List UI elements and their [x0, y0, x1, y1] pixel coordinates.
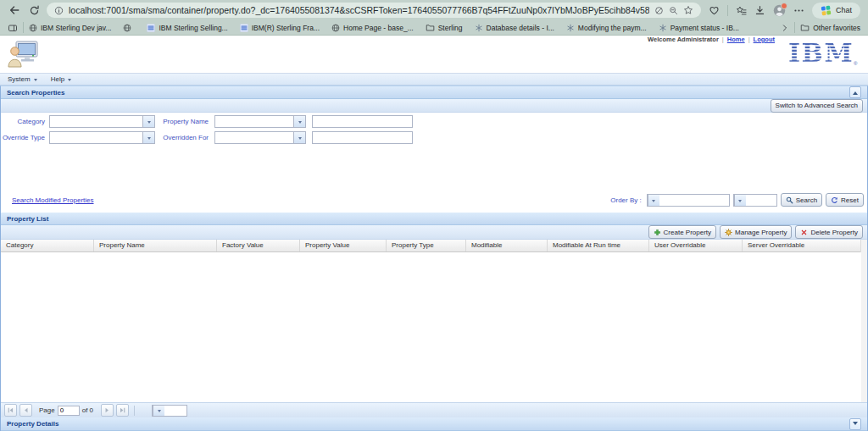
link-divider: | — [748, 36, 750, 43]
search-icon — [786, 196, 793, 204]
column-header-property-name[interactable]: Property Name — [94, 240, 217, 251]
bookmark-item[interactable]: Home Page - base_... — [331, 24, 414, 32]
gear-icon — [725, 229, 732, 236]
last-page-button[interactable] — [116, 404, 129, 417]
bookmark-item[interactable] — [123, 24, 135, 32]
grid-header-row: Category Property Name Factory Value Pro… — [1, 240, 861, 252]
search-footer: Search Modified Properties Order By : Se… — [1, 190, 867, 213]
bookmarks-overflow-icon[interactable] — [781, 24, 789, 32]
paging-divider — [134, 406, 135, 416]
ibm-docs-icon — [659, 24, 667, 32]
search-button[interactable]: Search — [781, 193, 822, 207]
button-label: Manage Property — [735, 229, 787, 236]
chat-button[interactable]: Chat — [812, 3, 860, 19]
first-page-button[interactable] — [4, 404, 17, 417]
search-form: Category Property Name Override Type Ove… — [1, 113, 867, 190]
property-name-value-input[interactable] — [312, 115, 413, 128]
bookmark-item[interactable]: Modifying the paym... — [566, 24, 647, 32]
combo-trigger-icon[interactable] — [142, 132, 154, 143]
column-header-user-overridable[interactable]: User Overridable — [649, 240, 743, 251]
expand-down-icon — [853, 422, 858, 428]
menu-help[interactable]: Help — [51, 75, 71, 83]
reset-button[interactable]: Reset — [826, 193, 864, 207]
bookmark-item[interactable]: Database details - I... — [475, 24, 554, 32]
search-properties-header: Search Properties — [1, 86, 867, 99]
combo-value — [215, 132, 293, 143]
bookmark-item[interactable]: Payment status - IB... — [659, 24, 739, 32]
profile-notification-dot — [781, 3, 787, 9]
property-details-header: Property Details — [1, 417, 867, 431]
combo-trigger-icon[interactable] — [734, 195, 746, 206]
prev-page-button[interactable] — [19, 404, 32, 417]
order-by-field-combo[interactable] — [647, 194, 730, 207]
order-by-label: Order By : — [610, 196, 641, 204]
address-bar[interactable]: localhost:7001/sma/sma/container/propert… — [47, 3, 701, 18]
column-header-modifiable-at-runtime[interactable]: Modifiable At Run time — [548, 240, 649, 251]
combo-trigger-icon[interactable] — [153, 406, 164, 416]
override-type-combo[interactable] — [49, 131, 155, 144]
url-text[interactable]: localhost:7001/sma/sma/container/propert… — [69, 5, 649, 15]
reset-icon — [831, 196, 838, 204]
bookmark-item[interactable]: IBM Sterling Selling... — [147, 24, 227, 32]
overridden-for-value-input[interactable] — [312, 131, 413, 144]
column-header-factory-value[interactable]: Factory Value — [217, 240, 300, 251]
collapse-panel-button[interactable] — [849, 86, 861, 98]
property-list-toolbar: Create Property Manage Property Delete P… — [1, 225, 867, 240]
combo-trigger-icon[interactable] — [648, 195, 659, 206]
bookmark-label: Sterling — [438, 24, 463, 32]
combo-trigger-icon[interactable] — [142, 116, 154, 127]
column-header-server-overridable[interactable]: Server Overridable — [743, 240, 861, 251]
browser-essentials-icon[interactable] — [709, 5, 720, 16]
refresh-icon[interactable] — [27, 3, 41, 17]
other-favorites-button[interactable]: Other favorites — [800, 23, 860, 32]
home-link[interactable]: Home — [727, 36, 745, 43]
bookmark-star-icon[interactable] — [683, 5, 693, 15]
bookmark-label: Database details - I... — [487, 24, 554, 32]
bookmark-folder[interactable]: Sterling — [426, 23, 463, 32]
menu-system[interactable]: System — [8, 75, 37, 83]
overridden-for-label: Overridden For — [158, 131, 209, 144]
favorites-hub-icon[interactable] — [736, 5, 747, 16]
bookmark-label: IBM(R) Sterling Fra... — [252, 24, 320, 32]
browser-actions: Chat — [709, 3, 860, 19]
bookmark-label: IBM Sterling Selling... — [159, 24, 227, 32]
combo-value — [50, 116, 142, 127]
zoom-out-icon[interactable] — [669, 6, 678, 15]
app-menubar: System Help — [0, 73, 868, 86]
page-number-input[interactable] — [58, 406, 80, 416]
switch-advanced-search-button[interactable]: Switch to Advanced Search — [771, 99, 863, 113]
order-by-direction-combo[interactable] — [733, 194, 777, 207]
category-combo[interactable] — [49, 115, 155, 128]
create-property-button[interactable]: Create Property — [648, 225, 716, 239]
property-name-combo[interactable] — [214, 115, 306, 128]
bookmark-label: IBM Sterling Dev jav... — [41, 24, 111, 32]
search-modified-properties-link[interactable]: Search Modified Properties — [12, 196, 94, 204]
bookmark-item[interactable]: IBM(R) Sterling Fra... — [240, 24, 320, 32]
console-logo-icon — [7, 40, 39, 69]
delete-property-button[interactable]: Delete Property — [795, 225, 863, 239]
page-size-combo[interactable] — [152, 405, 187, 417]
downloads-icon[interactable] — [754, 5, 765, 16]
more-menu-icon[interactable] — [793, 5, 804, 16]
next-page-button[interactable] — [101, 404, 114, 417]
column-header-modifiable[interactable]: Modifiable — [466, 240, 548, 251]
sidebar-toggle-icon[interactable] — [8, 23, 18, 33]
column-header-property-value[interactable]: Property Value — [300, 240, 387, 251]
column-header-property-type[interactable]: Property Type — [387, 240, 466, 251]
site-info-icon[interactable] — [54, 6, 64, 15]
logout-link[interactable]: Logout — [754, 36, 775, 43]
overridden-for-combo[interactable] — [214, 131, 306, 144]
circle-slash-icon[interactable] — [654, 6, 664, 15]
combo-trigger-icon[interactable] — [293, 116, 305, 127]
app-header: System Administration Console Welcome Ad… — [0, 36, 868, 73]
bookmark-item[interactable]: IBM Sterling Dev jav... — [29, 24, 111, 32]
profile-avatar[interactable] — [773, 4, 786, 17]
grid-scrollbar[interactable] — [860, 240, 867, 402]
expand-panel-button[interactable] — [849, 418, 861, 430]
order-by-row: Order By : Search Reset — [610, 193, 864, 207]
back-icon[interactable] — [8, 3, 21, 17]
column-header-category[interactable]: Category — [1, 240, 94, 251]
combo-trigger-icon[interactable] — [293, 132, 305, 143]
manage-property-button[interactable]: Manage Property — [720, 225, 792, 239]
button-label: Create Property — [664, 229, 711, 236]
